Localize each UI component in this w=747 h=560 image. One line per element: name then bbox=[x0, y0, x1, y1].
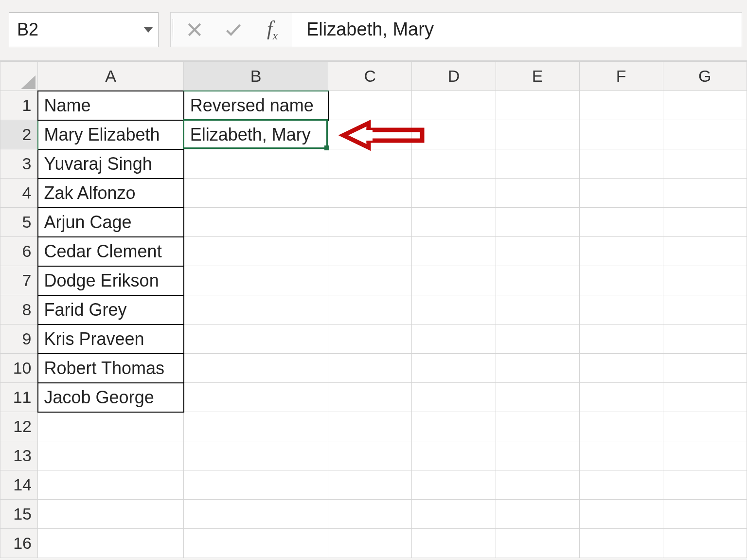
cell-F4[interactable] bbox=[579, 179, 663, 208]
cell-D10[interactable] bbox=[412, 354, 496, 383]
cell-D2[interactable] bbox=[412, 120, 496, 149]
cell-F12[interactable] bbox=[579, 412, 663, 441]
cell-C15[interactable] bbox=[328, 500, 412, 529]
cell-C5[interactable] bbox=[328, 208, 412, 237]
cell-F6[interactable] bbox=[579, 237, 663, 266]
cell-C2[interactable] bbox=[328, 120, 412, 149]
cell-E1[interactable] bbox=[496, 91, 579, 120]
row-header-16[interactable]: 16 bbox=[0, 529, 38, 558]
cell-G11[interactable] bbox=[663, 383, 747, 412]
name-box[interactable]: B2 bbox=[9, 12, 159, 47]
cell-A12[interactable] bbox=[38, 412, 184, 441]
cell-G4[interactable] bbox=[663, 179, 747, 208]
insert-function-button[interactable]: fx bbox=[253, 13, 292, 47]
cell-F2[interactable] bbox=[579, 120, 663, 149]
cell-C11[interactable] bbox=[328, 383, 412, 412]
formula-input[interactable]: Elizabeth, Mary bbox=[292, 12, 742, 47]
cell-A15[interactable] bbox=[38, 500, 184, 529]
column-header-F[interactable]: F bbox=[579, 62, 663, 91]
cell-D1[interactable] bbox=[412, 91, 496, 120]
row-header-7[interactable]: 7 bbox=[0, 266, 38, 295]
row-header-5[interactable]: 5 bbox=[0, 208, 38, 237]
column-header-B[interactable]: B bbox=[184, 62, 328, 91]
cell-B4[interactable] bbox=[184, 179, 328, 208]
cell-B11[interactable] bbox=[184, 383, 328, 412]
cell-F10[interactable] bbox=[579, 354, 663, 383]
cell-E12[interactable] bbox=[496, 412, 579, 441]
cell-G1[interactable] bbox=[663, 91, 747, 120]
cell-D7[interactable] bbox=[412, 266, 496, 295]
cell-D12[interactable] bbox=[412, 412, 496, 441]
cell-D11[interactable] bbox=[412, 383, 496, 412]
cell-F5[interactable] bbox=[579, 208, 663, 237]
select-all-corner[interactable] bbox=[0, 62, 38, 91]
cell-A13[interactable] bbox=[38, 441, 184, 470]
cell-E5[interactable] bbox=[496, 208, 579, 237]
cell-C8[interactable] bbox=[328, 295, 412, 325]
cell-D6[interactable] bbox=[412, 237, 496, 266]
cell-E11[interactable] bbox=[496, 383, 579, 412]
cell-A5[interactable]: Arjun Cage bbox=[38, 208, 184, 237]
cell-A10[interactable]: Robert Thomas bbox=[38, 354, 184, 383]
cell-B3[interactable] bbox=[184, 149, 328, 179]
cell-E2[interactable] bbox=[496, 120, 579, 149]
cell-D13[interactable] bbox=[412, 441, 496, 470]
cell-A6[interactable]: Cedar Clement bbox=[38, 237, 184, 266]
cell-F16[interactable] bbox=[579, 529, 663, 558]
cell-A8[interactable]: Farid Grey bbox=[38, 295, 184, 325]
cell-A11[interactable]: Jacob George bbox=[38, 383, 184, 412]
cell-C10[interactable] bbox=[328, 354, 412, 383]
cell-A1[interactable]: Name bbox=[38, 91, 184, 120]
cell-B9[interactable] bbox=[184, 325, 328, 354]
cell-C7[interactable] bbox=[328, 266, 412, 295]
cell-B7[interactable] bbox=[184, 266, 328, 295]
column-header-A[interactable]: A bbox=[38, 62, 184, 91]
cell-C12[interactable] bbox=[328, 412, 412, 441]
cell-B6[interactable] bbox=[184, 237, 328, 266]
row-header-6[interactable]: 6 bbox=[0, 237, 38, 266]
cell-E8[interactable] bbox=[496, 295, 579, 325]
cell-E10[interactable] bbox=[496, 354, 579, 383]
cell-D4[interactable] bbox=[412, 179, 496, 208]
cell-E6[interactable] bbox=[496, 237, 579, 266]
cell-A3[interactable]: Yuvaraj Singh bbox=[38, 149, 184, 179]
row-header-1[interactable]: 1 bbox=[0, 91, 38, 120]
cell-G10[interactable] bbox=[663, 354, 747, 383]
cell-G16[interactable] bbox=[663, 529, 747, 558]
cell-G5[interactable] bbox=[663, 208, 747, 237]
cell-F11[interactable] bbox=[579, 383, 663, 412]
cell-D14[interactable] bbox=[412, 470, 496, 500]
cell-E16[interactable] bbox=[496, 529, 579, 558]
cell-B14[interactable] bbox=[184, 470, 328, 500]
cell-G8[interactable] bbox=[663, 295, 747, 325]
cell-A9[interactable]: Kris Praveen bbox=[38, 325, 184, 354]
enter-button[interactable] bbox=[214, 13, 253, 47]
cell-C4[interactable] bbox=[328, 179, 412, 208]
row-header-11[interactable]: 11 bbox=[0, 383, 38, 412]
cell-F7[interactable] bbox=[579, 266, 663, 295]
cell-B1[interactable]: Reversed name bbox=[184, 91, 328, 120]
cell-E14[interactable] bbox=[496, 470, 579, 500]
cell-C14[interactable] bbox=[328, 470, 412, 500]
cell-G7[interactable] bbox=[663, 266, 747, 295]
cell-A14[interactable] bbox=[38, 470, 184, 500]
cell-D16[interactable] bbox=[412, 529, 496, 558]
row-header-3[interactable]: 3 bbox=[0, 149, 38, 179]
row-header-8[interactable]: 8 bbox=[0, 295, 38, 325]
cell-G2[interactable] bbox=[663, 120, 747, 149]
cell-A16[interactable] bbox=[38, 529, 184, 558]
row-header-14[interactable]: 14 bbox=[0, 470, 38, 500]
column-header-D[interactable]: D bbox=[412, 62, 496, 91]
cell-E13[interactable] bbox=[496, 441, 579, 470]
cell-B10[interactable] bbox=[184, 354, 328, 383]
cell-B2[interactable]: Elizabeth, Mary bbox=[184, 120, 328, 149]
cell-D3[interactable] bbox=[412, 149, 496, 179]
row-header-15[interactable]: 15 bbox=[0, 500, 38, 529]
column-header-E[interactable]: E bbox=[496, 62, 579, 91]
cell-F15[interactable] bbox=[579, 500, 663, 529]
cell-E4[interactable] bbox=[496, 179, 579, 208]
cell-C3[interactable] bbox=[328, 149, 412, 179]
row-header-4[interactable]: 4 bbox=[0, 179, 38, 208]
cell-G13[interactable] bbox=[663, 441, 747, 470]
cell-B15[interactable] bbox=[184, 500, 328, 529]
